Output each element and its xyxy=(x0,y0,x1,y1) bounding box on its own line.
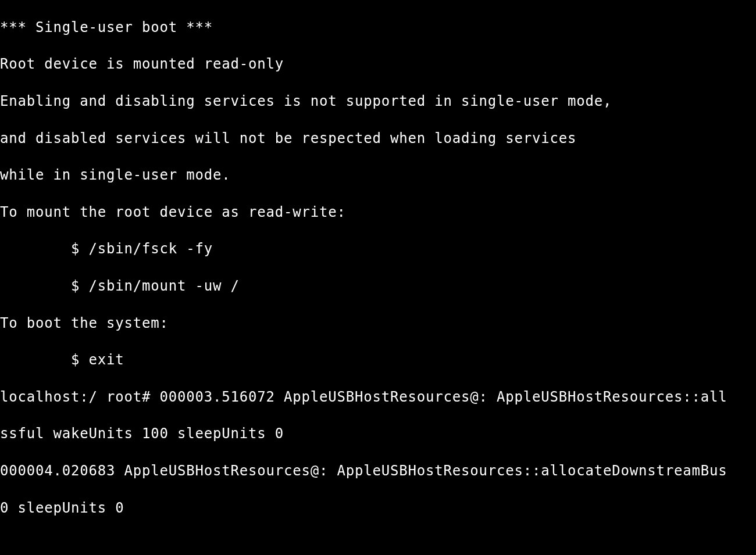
console-line: $ exit xyxy=(0,351,756,370)
console-line: Root device is mounted read-only xyxy=(0,55,756,74)
console-line: and disabled services will not be respec… xyxy=(0,130,756,148)
console-line: 000004.020683 AppleUSBHostResources@: Ap… xyxy=(0,462,756,481)
terminal-console[interactable]: *** Single-user boot *** Root device is … xyxy=(0,0,756,555)
console-line: To mount the root device as read-write: xyxy=(0,203,756,222)
console-line: To boot the system: xyxy=(0,314,756,333)
console-line: $ /sbin/mount -uw / xyxy=(0,277,756,296)
console-line: localhost:/ root# 000003.516072 AppleUSB… xyxy=(0,388,756,407)
console-line: 0 sleepUnits 0 xyxy=(0,499,756,518)
console-line: while in single-user mode. xyxy=(0,166,756,185)
console-line: $ /sbin/fsck -fy xyxy=(0,240,756,259)
console-line: ssful wakeUnits 100 sleepUnits 0 xyxy=(0,425,756,443)
console-line: Enabling and disabling services is not s… xyxy=(0,92,756,111)
console-line: *** Single-user boot *** xyxy=(0,19,756,37)
